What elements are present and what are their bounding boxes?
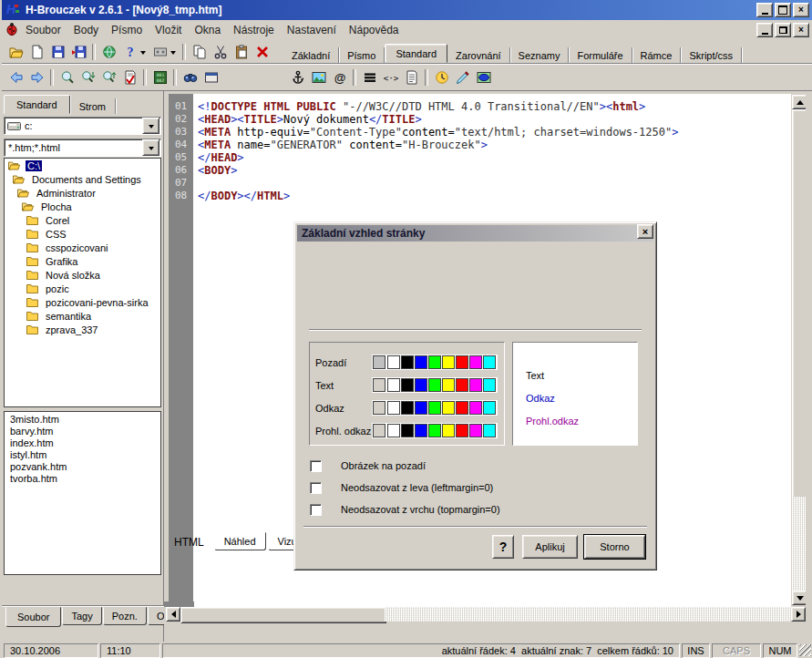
mdi-minimize-button[interactable] [756, 23, 773, 37]
swatch[interactable] [428, 401, 441, 415]
scroll-right-button[interactable] [791, 607, 806, 622]
apply-button[interactable]: Aplikuj [522, 535, 578, 559]
swatch[interactable] [428, 424, 441, 437]
tree-item[interactable]: semantika [5, 309, 160, 323]
menu-item-soubor[interactable]: Soubor [19, 21, 67, 39]
tree-item[interactable]: Documents and Settings [5, 172, 160, 186]
help-icon[interactable]: ? [120, 43, 139, 61]
swatch[interactable] [469, 424, 482, 437]
drive-combobox[interactable]: c: [4, 117, 161, 135]
tree-item[interactable]: C:\ [5, 159, 160, 172]
help-button[interactable]: ? [492, 535, 514, 559]
open-folder-icon[interactable] [6, 43, 26, 61]
swatch[interactable] [387, 401, 400, 415]
menu-item-body[interactable]: Body [67, 21, 105, 39]
tree-item[interactable]: Administrator [5, 186, 160, 200]
drive-dropdown-button[interactable] [142, 118, 159, 134]
cancel-button[interactable]: Storno [584, 535, 645, 559]
export-icon[interactable] [150, 43, 170, 61]
swatch[interactable] [469, 378, 482, 392]
swatch[interactable] [415, 401, 427, 415]
new-document-icon[interactable] [27, 43, 46, 61]
view-tab-html[interactable]: HTML [166, 532, 212, 552]
swatch-default[interactable] [373, 401, 385, 415]
tree-item[interactable]: zprava_337 [5, 323, 160, 336]
zoom-icon[interactable] [57, 68, 77, 87]
swatch[interactable] [387, 378, 400, 392]
resize-grip[interactable] [799, 644, 811, 656]
paste-icon[interactable] [231, 43, 251, 61]
menu-item-nastaveni[interactable]: Nastavení [281, 21, 343, 39]
panel-tab-pozn[interactable]: Pozn. [103, 607, 147, 625]
filter-dropdown-button[interactable] [142, 139, 159, 156]
swatch[interactable] [387, 424, 400, 437]
panel-tab-soubor[interactable]: Soubor [5, 607, 61, 627]
menu-item-napoveda[interactable]: Nápověda [343, 21, 406, 39]
zoom-out-icon[interactable] [78, 68, 98, 87]
swatch[interactable] [469, 401, 482, 415]
file-item[interactable]: 3misto.htm [5, 414, 160, 426]
swatch[interactable] [483, 401, 496, 415]
file-item[interactable]: barvy.htm [5, 426, 160, 437]
horizontal-rule-icon[interactable] [360, 68, 379, 87]
save-icon[interactable] [48, 43, 67, 61]
find-icon[interactable] [180, 68, 200, 87]
swatch[interactable] [442, 424, 455, 437]
email-icon[interactable]: @ [330, 68, 349, 87]
minimize-button[interactable] [756, 3, 773, 17]
panel-tab-tagy[interactable]: Tagy [62, 607, 101, 625]
swatch[interactable] [428, 355, 441, 369]
image-icon[interactable] [309, 68, 328, 87]
swatch-default[interactable] [373, 424, 385, 437]
menu-item-okna[interactable]: Okna [188, 21, 227, 39]
menu-item-nastroje[interactable]: Nástroje [227, 21, 281, 39]
checkbox-neodsazovat-z-vrchu-topmargin-0[interactable] [310, 504, 322, 516]
back-icon[interactable] [6, 68, 26, 87]
format-tab-ramce[interactable]: Rámce [632, 47, 682, 63]
document-beetle-icon[interactable] [5, 22, 19, 38]
horizontal-scroll-track[interactable] [385, 607, 791, 622]
swatch[interactable] [469, 355, 482, 369]
spellcheck-icon[interactable] [120, 68, 139, 87]
swatch[interactable] [415, 378, 427, 392]
swatch[interactable] [456, 424, 468, 437]
tree-item[interactable]: pozic [5, 282, 160, 295]
swatch[interactable] [456, 401, 468, 415]
file-item[interactable]: pozvank.htm [5, 461, 160, 473]
swatch[interactable] [401, 424, 414, 437]
picture-icon[interactable] [474, 68, 493, 87]
mdi-restore-button[interactable] [775, 23, 791, 37]
file-item[interactable]: tvorba.htm [5, 473, 160, 485]
swatch[interactable] [456, 378, 468, 392]
anchor-icon[interactable] [288, 68, 307, 87]
swatch[interactable] [401, 401, 414, 415]
swatch[interactable] [428, 378, 441, 392]
browser-preview-icon[interactable] [99, 43, 118, 61]
dropdown-caret-icon[interactable] [170, 51, 176, 57]
checkbox-neodsazovat-z-leva-leftmargin-0[interactable] [310, 482, 322, 494]
swatch-default[interactable] [373, 378, 385, 392]
format-tab-formulare[interactable]: Formuláře [569, 47, 632, 63]
tree-item[interactable]: pozicovani-pevna-sirka [5, 295, 160, 309]
history-icon[interactable] [432, 68, 451, 87]
checkbox-obrazek-na-pozadi[interactable] [310, 460, 322, 472]
menu-item-vlozit[interactable]: Vložit [149, 21, 188, 39]
menu-item-pismo[interactable]: Písmo [105, 21, 149, 39]
swatch[interactable] [415, 424, 427, 437]
copy-icon[interactable] [190, 43, 209, 61]
delete-icon[interactable] [252, 43, 272, 61]
swatch[interactable] [415, 355, 427, 369]
file-item[interactable]: index.htm [5, 437, 160, 449]
swatch[interactable] [401, 355, 414, 369]
save-as-icon[interactable] [69, 43, 88, 61]
tree-item[interactable]: CSS [5, 227, 160, 241]
tree-item[interactable]: Nová složka [5, 268, 160, 282]
window-icon[interactable] [201, 68, 221, 87]
format-tab-skript-css[interactable]: Skript/css [681, 47, 742, 63]
tree-item[interactable]: Corel [5, 213, 160, 227]
view-tab-nahled[interactable]: Náhled [214, 532, 266, 550]
format-tab-pismo[interactable]: Písmo [339, 47, 385, 63]
swatch[interactable] [483, 378, 496, 392]
horizontal-scroll-thumb[interactable] [180, 607, 386, 623]
format-tab-zakladni[interactable]: Základní [283, 47, 339, 63]
